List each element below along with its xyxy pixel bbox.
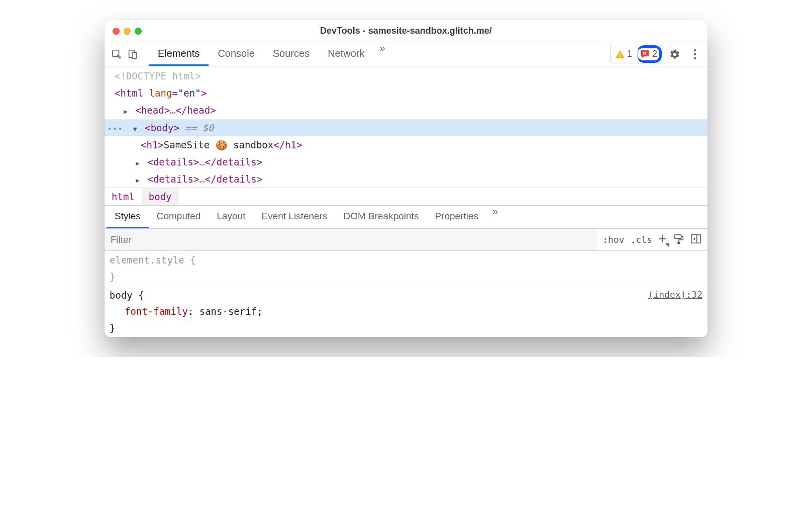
subtab-properties[interactable]: Properties	[427, 206, 486, 228]
warnings-count: 1	[627, 49, 632, 59]
warnings-counter[interactable]: 1	[611, 47, 637, 61]
maximize-window-button[interactable]	[135, 28, 142, 35]
issues-count: 2	[652, 49, 657, 59]
subtab-event-listeners[interactable]: Event Listeners	[253, 206, 335, 228]
devtools-window: DevTools - samesite-sandbox.glitch.me/ E…	[105, 20, 707, 337]
breadcrumb-body[interactable]: body	[142, 188, 179, 205]
tab-sources[interactable]: Sources	[264, 42, 319, 66]
more-subtabs-button[interactable]: »	[486, 206, 504, 228]
settings-button[interactable]	[667, 47, 682, 62]
expand-arrow-icon[interactable]: ▶	[124, 106, 130, 117]
svg-point-5	[694, 49, 696, 51]
expand-arrow-icon[interactable]: ▶	[136, 175, 142, 186]
subtab-styles[interactable]: Styles	[107, 206, 149, 228]
more-tabs-button[interactable]: »	[374, 42, 391, 66]
dom-html-open[interactable]: <html lang="en">	[105, 84, 707, 102]
issues-icon	[640, 50, 650, 59]
styles-rules: element.style { } (index):32 body { font…	[105, 250, 707, 336]
element-style-rule[interactable]: element.style { }	[105, 251, 707, 286]
issues-counter[interactable]: 2	[637, 45, 662, 63]
new-style-rule-button[interactable]	[658, 234, 667, 245]
titlebar: DevTools - samesite-sandbox.glitch.me/	[105, 20, 707, 42]
dom-h1[interactable]: <h1>SameSite 🍪 sandbox</h1>	[105, 136, 707, 153]
breadcrumb: html body	[105, 188, 707, 205]
traffic-lights	[113, 28, 142, 35]
main-toolbar: Elements Console Sources Network » 1 2	[105, 42, 707, 66]
status-badges: 1 2	[610, 45, 662, 63]
dom-body-selected[interactable]: ••• ▼ <body> == $0	[105, 119, 707, 136]
svg-point-7	[694, 57, 696, 59]
styles-subtabs: Styles Computed Layout Event Listeners D…	[105, 205, 707, 228]
tab-elements[interactable]: Elements	[149, 42, 209, 66]
close-window-button[interactable]	[113, 28, 120, 35]
svg-rect-4	[620, 56, 621, 57]
toggle-sidebar-icon[interactable]	[690, 233, 701, 246]
subtab-layout[interactable]: Layout	[209, 206, 253, 228]
paint-mode-icon[interactable]	[673, 233, 684, 246]
window-title: DevTools - samesite-sandbox.glitch.me/	[105, 26, 707, 36]
filter-actions: :hov .cls	[596, 233, 707, 246]
expand-arrow-icon[interactable]: ▶	[136, 157, 142, 169]
subtab-computed[interactable]: Computed	[149, 206, 209, 228]
main-tabs: Elements Console Sources Network »	[149, 42, 391, 66]
dom-doctype[interactable]: <!DOCTYPE html>	[105, 67, 707, 84]
collapse-arrow-icon[interactable]: ▼	[133, 123, 139, 135]
device-toolbar-icon[interactable]	[126, 47, 140, 61]
warning-icon	[616, 50, 625, 58]
body-rule[interactable]: (index):32 body { font-family: sans-seri…	[105, 286, 707, 337]
cls-toggle[interactable]: .cls	[631, 234, 652, 245]
css-property-name[interactable]: font-family	[125, 306, 188, 317]
inspect-element-icon[interactable]	[110, 47, 124, 61]
minimize-window-button[interactable]	[124, 28, 131, 35]
more-menu-button[interactable]	[687, 47, 702, 62]
breadcrumb-html[interactable]: html	[105, 188, 142, 205]
tab-console[interactable]: Console	[209, 42, 263, 66]
svg-rect-3	[620, 53, 621, 55]
svg-point-6	[694, 53, 696, 55]
css-property-value[interactable]: sans-serif	[199, 306, 257, 317]
svg-rect-10	[691, 235, 700, 243]
styles-filter-input[interactable]	[105, 229, 596, 250]
styles-filter-bar: :hov .cls	[105, 228, 707, 250]
dom-head[interactable]: ▶ <head>…</head>	[105, 102, 707, 119]
hov-toggle[interactable]: :hov	[602, 234, 624, 245]
dom-tree[interactable]: <!DOCTYPE html> <html lang="en"> ▶ <head…	[105, 66, 707, 188]
dom-details-1[interactable]: ▶ <details>…</details>	[105, 153, 707, 170]
rule-source-link[interactable]: (index):32	[648, 287, 702, 303]
selected-marker: •••	[108, 125, 123, 133]
toolbar-right: 1 2	[610, 45, 702, 63]
svg-rect-2	[132, 52, 136, 58]
tab-network[interactable]: Network	[319, 42, 373, 66]
svg-rect-8	[675, 235, 681, 238]
svg-rect-9	[678, 242, 680, 243]
dom-details-2[interactable]: ▶ <details>…</details>	[105, 170, 707, 188]
subtab-dom-breakpoints[interactable]: DOM Breakpoints	[335, 206, 427, 228]
